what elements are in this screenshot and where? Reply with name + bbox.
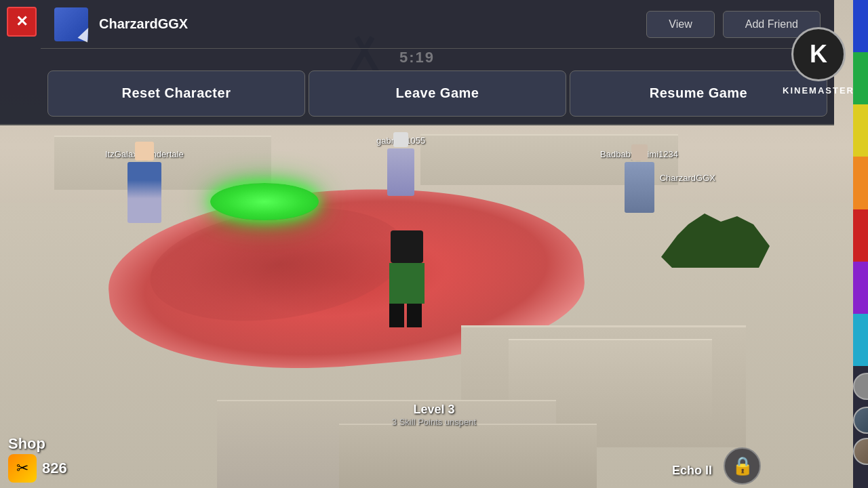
color-bar-bottom <box>853 366 868 488</box>
profile-avatar <box>54 7 88 41</box>
color-seg-blue <box>853 0 868 52</box>
level-info: Level 3 3 Skill Points unspent <box>392 403 476 427</box>
profile-name: CharzardGGX <box>99 16 646 32</box>
player-itzgalaxy: ItzGalaxy_undertale <box>105 149 184 223</box>
reset-character-button[interactable]: Reset Character <box>47 70 305 117</box>
kinemaster-brand: KINEMASTER <box>783 85 854 96</box>
lock-button[interactable]: 🔒 <box>724 447 761 485</box>
char-leg-right <box>407 304 422 327</box>
level-text: Level 3 <box>392 403 476 417</box>
shop-row: ✂ 826 <box>8 454 127 483</box>
lock-icon: 🔒 <box>732 455 753 476</box>
char-legs <box>389 304 425 327</box>
player-itzgalaxy-head <box>135 142 154 161</box>
shop-icon[interactable]: ✂ <box>8 454 37 483</box>
player-itzgalaxy-sprite <box>127 162 161 223</box>
color-seg-orange <box>853 157 868 209</box>
menu-overlay: CharzardGGX View Add Friend 5:19 Reset C… <box>0 0 834 125</box>
green-spawn <box>210 183 319 220</box>
close-icon: ✕ <box>16 13 28 30</box>
echo-text: Echo <box>672 464 702 478</box>
kinemaster-logo: K <box>791 27 846 81</box>
right-icon-3[interactable] <box>853 438 868 465</box>
leave-game-button[interactable]: Leave Game <box>309 70 566 117</box>
right-icon-2[interactable] <box>853 407 868 434</box>
color-seg-green <box>853 52 868 104</box>
char-head <box>391 230 423 263</box>
echo-label: Echo II <box>672 464 712 478</box>
action-buttons: Reset Character Leave Game Resume Game <box>41 64 834 122</box>
skill-points-text: 3 Skill Points unspent <box>392 417 476 427</box>
step-bottom-2 <box>339 424 597 488</box>
currency-display: 826 <box>42 460 67 477</box>
hud-bottom: Shop ✂ 826 <box>0 420 136 488</box>
right-icon-1[interactable] <box>853 373 868 400</box>
color-seg-red <box>853 209 868 262</box>
player-gabri: gabri201055 <box>376 136 425 196</box>
pause-icon: II <box>705 464 712 478</box>
player-charzard-ingame: CharzardGGX <box>660 173 715 186</box>
profile-row: CharzardGGX View Add Friend <box>41 0 834 49</box>
color-seg-purple <box>853 262 868 314</box>
shop-label: Shop <box>8 435 127 453</box>
char-body <box>389 263 425 304</box>
color-seg-yellow <box>853 104 868 157</box>
player-charzard-ig-label: CharzardGGX <box>660 173 715 183</box>
color-seg-teal <box>853 314 868 366</box>
main-character <box>380 230 434 346</box>
color-bar <box>853 0 868 488</box>
char-leg-left <box>389 304 404 327</box>
kinemaster-k: K <box>810 40 827 68</box>
close-button[interactable]: ✕ <box>7 7 37 37</box>
kinemaster-watermark: K KINEMASTER <box>783 27 854 96</box>
view-button[interactable]: View <box>646 11 714 38</box>
